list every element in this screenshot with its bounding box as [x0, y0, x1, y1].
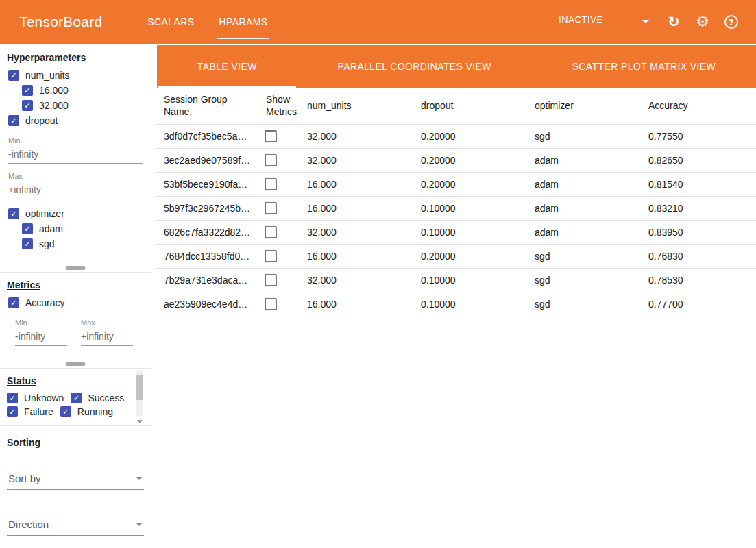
- col-optimizer: optimizer: [528, 88, 642, 125]
- optimizer-value-sgd-row[interactable]: sgd: [21, 236, 144, 251]
- section-resize-handle[interactable]: [66, 362, 86, 366]
- cell-optimizer: adam: [528, 149, 642, 173]
- accuracy-min-input[interactable]: [15, 329, 67, 346]
- tab-scalars[interactable]: SCALARS: [147, 0, 194, 44]
- show-metrics-checkbox[interactable]: [265, 226, 277, 238]
- checkbox-icon[interactable]: [22, 100, 33, 111]
- cell-num-units: 16.000: [300, 197, 414, 221]
- show-metrics-checkbox[interactable]: [265, 250, 277, 262]
- status-unknown-row[interactable]: Unknown: [7, 391, 64, 405]
- checkbox-icon[interactable]: [8, 208, 19, 219]
- metrics-section: Metrics Accuracy Min Max: [0, 273, 151, 369]
- hparam-dropout-row[interactable]: dropout: [7, 113, 144, 128]
- accuracy-max-input[interactable]: [81, 329, 133, 346]
- cell-optimizer: sgd: [528, 125, 642, 149]
- checkbox-icon[interactable]: [22, 85, 33, 96]
- status-failure-row[interactable]: Failure: [7, 405, 53, 419]
- checkbox-icon[interactable]: [8, 297, 19, 308]
- accuracy-range-fields: Min Max: [15, 310, 144, 347]
- cell-accuracy: 0.81540: [642, 173, 756, 197]
- chevron-down-icon: [136, 477, 143, 480]
- table-row: 3df0d7cf35bec5a… 32.000 0.20000 sgd 0.77…: [157, 125, 756, 149]
- show-metrics-checkbox[interactable]: [265, 130, 277, 142]
- session-group-name: 53bf5bece9190fa…: [157, 173, 259, 197]
- status-running-label: Running: [77, 406, 113, 417]
- dropout-min-input[interactable]: [8, 147, 143, 164]
- cell-accuracy: 0.77700: [642, 292, 756, 316]
- cell-dropout: 0.10000: [414, 221, 528, 245]
- checkbox-icon[interactable]: [22, 223, 33, 234]
- scroll-down-arrow[interactable]: [136, 420, 143, 423]
- metrics-heading: Metrics: [7, 279, 144, 290]
- show-metrics-checkbox[interactable]: [265, 154, 277, 166]
- show-metrics-checkbox[interactable]: [265, 274, 277, 286]
- checkbox-icon[interactable]: [8, 70, 19, 81]
- gear-icon[interactable]: ⚙: [693, 12, 712, 32]
- tab-parallel-coordinates-view[interactable]: PARALLEL COORDINATES VIEW: [297, 45, 532, 88]
- hparam-dropout-label: dropout: [25, 115, 58, 126]
- cell-accuracy: 0.77550: [642, 125, 756, 149]
- hyperparameters-section: Hyperparameters num_units 16.000 32.000 …: [0, 45, 151, 273]
- checkbox-icon[interactable]: [7, 406, 18, 417]
- status-scrollbar[interactable]: [136, 371, 143, 416]
- cell-dropout: 0.20000: [414, 173, 528, 197]
- cell-num-units: 32.000: [300, 221, 414, 245]
- show-metrics-checkbox[interactable]: [265, 178, 277, 190]
- max-label: Max: [81, 319, 133, 327]
- num-units-value-32-row[interactable]: 32.000: [21, 98, 144, 113]
- metric-accuracy-row[interactable]: Accuracy: [7, 295, 144, 310]
- col-dropout: dropout: [414, 88, 528, 125]
- section-resize-handle[interactable]: [66, 266, 86, 270]
- accuracy-max-field: Max: [81, 319, 133, 346]
- cell-dropout: 0.20000: [414, 149, 528, 173]
- tab-scatter-plot-matrix-view[interactable]: SCATTER PLOT MATRIX VIEW: [532, 45, 756, 88]
- status-success-row[interactable]: Success: [71, 391, 124, 405]
- direction-select[interactable]: Direction: [7, 519, 144, 536]
- scrollbar-thumb[interactable]: [136, 375, 143, 400]
- col-show-metrics: Show Metrics: [259, 88, 300, 125]
- cell-dropout: 0.10000: [414, 292, 528, 316]
- checkbox-icon[interactable]: [71, 393, 82, 403]
- hparam-optimizer-row[interactable]: optimizer: [7, 206, 144, 221]
- triangle-down-icon: [137, 420, 143, 423]
- session-group-name: 6826c7fa3322d82…: [157, 221, 259, 245]
- show-metrics-checkbox[interactable]: [265, 202, 277, 214]
- session-group-name: 3ec2aed9e07589f…: [157, 149, 259, 173]
- refresh-icon[interactable]: ↻: [664, 12, 683, 32]
- checkbox-icon[interactable]: [8, 115, 19, 126]
- num-units-value-16-row[interactable]: 16.000: [21, 83, 144, 98]
- cell-accuracy: 0.76830: [642, 245, 756, 269]
- reload-status-select[interactable]: INACTIVE: [559, 14, 649, 29]
- help-icon[interactable]: ?: [722, 12, 741, 32]
- dropout-max-input[interactable]: [8, 183, 143, 199]
- status-options: Unknown Success Failure Running: [7, 391, 133, 419]
- table-row: 5b97f3c2967245b… 16.000 0.10000 adam 0.8…: [157, 197, 756, 221]
- hyperparameters-heading: Hyperparameters: [7, 52, 144, 63]
- status-running-row[interactable]: Running: [60, 405, 113, 419]
- session-group-name: 3df0d7cf35bec5a…: [157, 125, 259, 149]
- tab-hparams[interactable]: HPARAMS: [219, 0, 267, 44]
- cell-optimizer: adam: [528, 221, 642, 245]
- optimizer-value-adam-row[interactable]: adam: [21, 221, 144, 236]
- checkbox-icon[interactable]: [60, 406, 71, 417]
- checkbox-icon[interactable]: [7, 393, 18, 403]
- cell-num-units: 32.000: [300, 125, 414, 149]
- hparam-num-units-label: num_units: [25, 70, 70, 81]
- hparam-num-units-row[interactable]: num_units: [7, 68, 144, 83]
- view-tabs: TABLE VIEW PARALLEL COORDINATES VIEW SCA…: [157, 45, 756, 88]
- cell-accuracy: 0.83210: [642, 197, 756, 221]
- tab-table-view[interactable]: TABLE VIEW: [157, 45, 297, 88]
- cell-accuracy: 0.78530: [642, 269, 756, 292]
- show-metrics-checkbox[interactable]: [265, 298, 277, 310]
- checkbox-icon[interactable]: [22, 238, 33, 249]
- cell-optimizer: sgd: [528, 292, 642, 316]
- chevron-down-icon: [642, 20, 649, 23]
- sort-by-select[interactable]: Sort by: [7, 473, 144, 490]
- hparam-optimizer-label: optimizer: [25, 208, 64, 219]
- cell-optimizer: sgd: [528, 269, 642, 292]
- cell-num-units: 32.000: [300, 149, 414, 173]
- dropout-min-field: Min: [8, 136, 143, 164]
- num-units-value-16-label: 16.000: [39, 85, 69, 96]
- accuracy-min-field: Min: [15, 319, 67, 346]
- optimizer-value-adam-label: adam: [39, 223, 63, 234]
